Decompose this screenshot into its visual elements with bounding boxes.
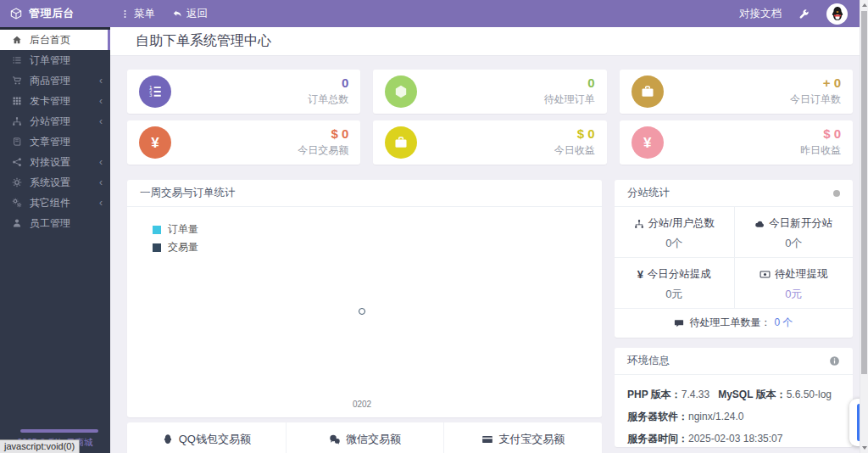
environment-header: 环境信息 <box>615 348 853 375</box>
grid-icon <box>12 96 22 106</box>
header-nav: 菜单 返回 <box>120 7 208 21</box>
yen-icon: ¥ <box>151 136 159 150</box>
list-icon <box>12 55 22 65</box>
status-dot-icon <box>833 190 840 197</box>
back-label: 返回 <box>186 7 208 21</box>
gear-icon <box>12 177 22 187</box>
stat-value: + 0 <box>823 76 841 90</box>
substation-cell-users: 分站/用户总数 0个 <box>615 207 734 258</box>
substation-withdraw-link[interactable]: 0元 <box>735 287 854 302</box>
scrollbar-thumb[interactable] <box>861 11 867 374</box>
legend-swatch <box>153 243 161 252</box>
money-icon <box>760 269 771 280</box>
cart-icon <box>12 76 22 86</box>
sidebar-item-integration[interactable]: 对接设置 ‹ <box>0 152 110 172</box>
legend-item-orders[interactable]: 订单量 <box>153 221 198 238</box>
sidebar-item-label: 其它组件 <box>30 196 70 210</box>
sidebar-item-orders[interactable]: 订单管理 <box>0 50 110 70</box>
substation-cell-label: 待处理提现 <box>735 267 854 282</box>
payment-label-row: 支付宝交易额 <box>481 433 565 446</box>
chevron-left-icon: ‹ <box>99 157 103 167</box>
wechat-icon <box>329 433 341 445</box>
substation-cell-commission: ¥ 今日分站提成 0元 <box>615 258 734 309</box>
back-link[interactable]: 返回 <box>172 7 208 21</box>
sitemap-icon <box>634 219 644 229</box>
substation-cell-value: 0个 <box>735 236 854 251</box>
sidebar: 后台首页 订单管理 商品管理 ‹ 发卡管理 ‹ 分站管理 ‹ 文章管理 对接设置… <box>0 27 110 453</box>
docs-link[interactable]: 对接文档 <box>739 7 782 21</box>
stat-card-today-income: $ 0 今日收益 <box>373 120 606 165</box>
chart-panel-header: 一周交易与订单统计 <box>127 180 602 207</box>
sidebar-divider <box>20 429 98 433</box>
time-value: 2025-02-03 18:35:07 <box>688 433 782 445</box>
stat-label: 昨日收益 <box>800 143 841 158</box>
sidebar-item-substations[interactable]: 分站管理 ‹ <box>0 111 110 131</box>
sidebar-item-cards[interactable]: 发卡管理 ‹ <box>0 91 110 111</box>
avatar[interactable] <box>826 3 848 25</box>
substation-cell-value: 0个 <box>615 236 734 251</box>
sidebar-item-staff[interactable]: 员工管理 <box>0 213 110 233</box>
home-icon <box>12 35 22 45</box>
payment-label-row: 微信交易额 <box>329 433 401 446</box>
menu-toggle[interactable]: 菜单 <box>120 7 155 21</box>
scrollbar-down-button[interactable] <box>860 443 868 453</box>
chart-legend: 订单量 交易量 <box>153 221 198 256</box>
sidebar-item-label: 发卡管理 <box>30 94 70 109</box>
substation-header: 分站统计 <box>615 180 853 207</box>
php-value: 7.4.33 <box>682 389 709 400</box>
share-icon <box>12 157 22 167</box>
substation-label-text: 今日新开分站 <box>769 216 832 231</box>
scrollbar-up-button[interactable] <box>860 0 868 10</box>
book-icon <box>12 137 22 147</box>
triangle-down-icon <box>862 446 867 450</box>
sidebar-item-components[interactable]: 其它组件 ‹ <box>0 193 110 213</box>
stat-label: 今日交易额 <box>298 143 348 158</box>
header-right: 对接文档 <box>739 3 868 25</box>
brand[interactable]: 管理后台 <box>0 6 110 21</box>
sidebar-item-label: 后台首页 <box>30 33 70 48</box>
substation-label-text: 待处理提现 <box>775 267 828 282</box>
environment-body: PHP 版本：7.4.33MySQL 版本：5.6.50-log 服务器软件：n… <box>615 375 853 446</box>
sidebar-item-settings[interactable]: 系统设置 ‹ <box>0 172 110 193</box>
legend-label: 交易量 <box>168 240 198 254</box>
sidebar-item-label: 分站管理 <box>30 115 70 129</box>
environment-title: 环境信息 <box>627 354 670 368</box>
payment-label: 支付宝交易额 <box>498 432 565 447</box>
page-title: 自助下单系统管理中心 <box>110 27 868 56</box>
main-area: 自助下单系统管理中心 0 订单总数 0 待处理订单 + 0 今日订单数 ¥ <box>110 27 868 453</box>
substation-cell-new: 今日新开分站 0个 <box>734 207 854 258</box>
stat-card-today-orders: + 0 今日订单数 <box>620 70 853 114</box>
mysql-label: MySQL 版本： <box>718 389 786 400</box>
cube-icon <box>10 8 22 20</box>
substation-cell-label: ¥ 今日分站提成 <box>615 267 734 282</box>
stat-bubble <box>385 126 417 159</box>
sidebar-item-home[interactable]: 后台首页 <box>0 30 110 50</box>
stat-cards: 0 订单总数 0 待处理订单 + 0 今日订单数 ¥ $ 0 今日交易额 <box>127 70 853 165</box>
yen-icon: ¥ <box>643 136 651 150</box>
chart-data-point <box>359 308 365 315</box>
stat-card-yesterday-income: ¥ $ 0 昨日收益 <box>620 120 853 165</box>
wrench-icon[interactable] <box>798 8 810 20</box>
sitemap-icon <box>12 116 22 126</box>
chart-x-tick: 0202 <box>345 400 379 409</box>
substation-cell-withdraw: 待处理提现 0元 <box>734 258 854 309</box>
sidebar-item-articles[interactable]: 文章管理 <box>0 131 110 152</box>
stat-bubble <box>385 76 417 108</box>
php-label: PHP 版本： <box>627 389 682 400</box>
tickets-count-link[interactable]: 0 个 <box>774 316 793 330</box>
sidebar-item-label: 文章管理 <box>30 135 70 149</box>
stat-value: 0 <box>342 76 348 90</box>
stat-value: $ 0 <box>331 126 348 141</box>
stat-label: 今日收益 <box>554 143 595 158</box>
weekly-chart-panel: 一周交易与订单统计 订单量 交易量 0202 <box>127 180 602 417</box>
stat-bubble: ¥ <box>632 126 664 159</box>
sidebar-item-products[interactable]: 商品管理 ‹ <box>0 70 110 91</box>
substation-cell-label: 分站/用户总数 <box>615 216 734 231</box>
legend-item-trades[interactable]: 交易量 <box>153 238 198 256</box>
qq-penguin-avatar-icon <box>828 4 847 23</box>
chevron-left-icon: ‹ <box>99 177 103 187</box>
env-row-server: 服务器软件：nginx/1.24.0 <box>627 410 840 424</box>
stat-value: $ 0 <box>823 126 841 141</box>
dots-vertical-icon <box>120 9 130 19</box>
env-row-time: 服务器时间：2025-02-03 18:35:07 <box>627 432 840 446</box>
